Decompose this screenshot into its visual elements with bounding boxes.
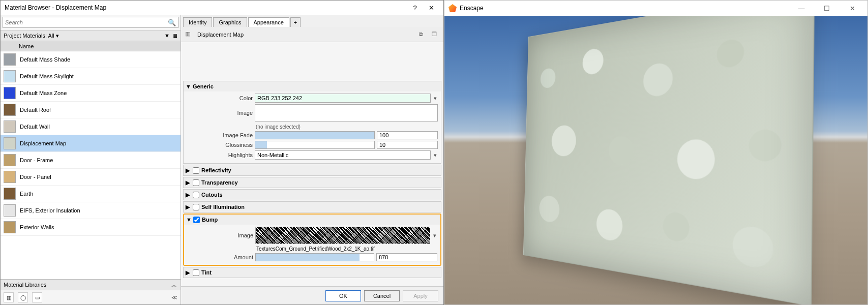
- lib-tool-2-icon[interactable]: ◯: [18, 292, 28, 302]
- reflectivity-checkbox[interactable]: [193, 167, 199, 174]
- bump-checkbox[interactable]: [193, 217, 200, 223]
- material-item[interactable]: Default Mass Skylight: [1, 68, 181, 85]
- material-label: Earth: [20, 191, 33, 197]
- material-label: Door - Frame: [20, 157, 53, 163]
- material-item[interactable]: Door - Frame: [1, 152, 181, 169]
- section-generic-header[interactable]: ▼ Generic: [184, 81, 441, 92]
- image-fade-value[interactable]: 100: [377, 131, 438, 139]
- filter-icon[interactable]: ▼: [164, 33, 170, 39]
- ok-button[interactable]: OK: [325, 290, 361, 301]
- material-list[interactable]: Default Mass ShadeDefault Mass SkylightD…: [1, 51, 181, 279]
- glossiness-value[interactable]: 10: [377, 141, 438, 149]
- material-item[interactable]: EIFS, Exterior Insulation: [1, 202, 181, 219]
- color-dropdown-icon[interactable]: ▾: [433, 95, 438, 102]
- project-materials-header[interactable]: Project Materials: All ▾ ▼ ≣: [1, 30, 181, 41]
- duplicate-asset-button[interactable]: ❐: [429, 29, 439, 40]
- image-field[interactable]: [255, 104, 438, 121]
- bump-image-dropdown-icon[interactable]: ▾: [432, 232, 437, 239]
- material-item[interactable]: Door - Panel: [1, 169, 181, 186]
- material-swatch: [4, 154, 16, 166]
- enscape-close-button[interactable]: ✕: [841, 1, 863, 15]
- material-swatch: [4, 87, 16, 99]
- section-selfillum-header[interactable]: ▶ Self Illumination: [184, 202, 441, 212]
- material-libraries-header[interactable]: Material Libraries ︽: [1, 279, 181, 290]
- section-transparency: ▶ Transparency: [183, 177, 441, 188]
- cancel-button[interactable]: Cancel: [364, 290, 400, 301]
- section-bump-header[interactable]: ▼ Bump: [184, 215, 440, 225]
- material-swatch: [4, 171, 16, 183]
- section-transparency-header[interactable]: ▶ Transparency: [184, 177, 441, 188]
- material-preview: [181, 42, 443, 81]
- material-label: Default Wall: [20, 124, 50, 130]
- material-swatch: [4, 188, 16, 200]
- expand-libraries-icon[interactable]: ︽: [171, 281, 177, 289]
- lib-tool-1-icon[interactable]: ▥: [4, 292, 14, 302]
- material-type-icon: ▥: [185, 30, 194, 39]
- bump-amount-slider[interactable]: [255, 253, 374, 261]
- material-swatch: [4, 53, 16, 66]
- material-name: Displacement Map: [197, 32, 413, 38]
- material-swatch: [4, 137, 16, 149]
- tint-checkbox[interactable]: [193, 269, 199, 276]
- material-browser-titlebar: Material Browser - Displacement Map ? ✕: [1, 1, 443, 15]
- highlights-field[interactable]: Non-Metallic: [255, 150, 431, 160]
- search-input[interactable]: [5, 19, 168, 25]
- section-tint: ▶ Tint: [183, 267, 441, 278]
- tab-appearance[interactable]: Appearance: [248, 17, 289, 27]
- material-item[interactable]: Default Mass Zone: [1, 85, 181, 102]
- material-browser-body: 🔍 Project Materials: All ▾ ▼ ≣ Name Defa…: [1, 15, 443, 304]
- library-toolbar: ▥ ◯ ▭ ≪: [1, 290, 181, 304]
- material-swatch: [4, 120, 16, 133]
- lib-tool-3-icon[interactable]: ▭: [32, 292, 42, 302]
- dialog-buttons: OK Cancel Apply: [181, 286, 443, 304]
- material-item[interactable]: Default Wall: [1, 118, 181, 135]
- material-item[interactable]: Earth: [1, 186, 181, 202]
- bump-amount-label: Amount: [187, 254, 253, 260]
- section-generic: ▼ Generic Color RGB 233 252 242 ▾ Image: [183, 81, 441, 164]
- material-item[interactable]: Exterior Walls: [1, 219, 181, 236]
- material-header: ▥ Displacement Map ⧉ ❐: [181, 27, 443, 42]
- section-cutouts: ▶ Cutouts: [183, 189, 441, 200]
- material-item[interactable]: Default Roof: [1, 102, 181, 118]
- close-button[interactable]: ✕: [423, 4, 439, 12]
- bump-image-field[interactable]: [255, 227, 430, 244]
- section-selfillum: ▶ Self Illumination: [183, 201, 441, 212]
- project-materials-label: Project Materials: All ▾: [4, 33, 164, 39]
- image-fade-label: Image Fade: [187, 132, 253, 138]
- enscape-viewport[interactable]: [444, 16, 867, 304]
- highlights-dropdown-icon[interactable]: ▾: [433, 152, 438, 159]
- material-label: EIFS, Exterior Insulation: [20, 207, 80, 214]
- section-cutouts-header[interactable]: ▶ Cutouts: [184, 190, 441, 200]
- section-tint-header[interactable]: ▶ Tint: [184, 267, 441, 278]
- material-browser-window: Material Browser - Displacement Map ? ✕ …: [0, 0, 444, 305]
- section-reflectivity-header[interactable]: ▶ Reflectivity: [184, 165, 441, 175]
- tab-identity[interactable]: Identity: [183, 17, 212, 27]
- image-fade-slider[interactable]: [255, 131, 375, 139]
- tab-graphics[interactable]: Graphics: [213, 17, 247, 27]
- cutouts-checkbox[interactable]: [193, 192, 199, 198]
- material-label: Exterior Walls: [20, 224, 54, 230]
- name-column-header[interactable]: Name: [1, 41, 181, 51]
- search-icon: 🔍: [168, 19, 176, 26]
- glossiness-slider[interactable]: [255, 141, 375, 149]
- displaced-wall: [523, 16, 815, 304]
- maximize-button[interactable]: ☐: [816, 1, 838, 15]
- color-field[interactable]: RGB 233 252 242: [255, 94, 431, 103]
- selfillum-checkbox[interactable]: [193, 204, 199, 210]
- tab-add[interactable]: +: [290, 17, 301, 27]
- material-item[interactable]: Default Mass Shade: [1, 51, 181, 68]
- window-title: Material Browser - Displacement Map: [5, 4, 407, 11]
- minimize-button[interactable]: —: [790, 1, 813, 15]
- transparency-checkbox[interactable]: [193, 179, 199, 186]
- search-box[interactable]: 🔍: [3, 17, 178, 28]
- view-mode-icon[interactable]: ≣: [173, 33, 177, 39]
- collapse-toolbar-icon[interactable]: ≪: [171, 294, 177, 301]
- bump-amount-value[interactable]: 878: [376, 253, 437, 261]
- material-label: Default Mass Zone: [20, 90, 67, 96]
- replace-asset-button[interactable]: ⧉: [416, 29, 426, 40]
- help-button[interactable]: ?: [407, 4, 423, 12]
- tab-bar: Identity Graphics Appearance +: [181, 15, 443, 27]
- material-swatch: [4, 104, 16, 116]
- material-item[interactable]: Displacement Map: [1, 135, 181, 152]
- properties-scroll[interactable]: ▼ Generic Color RGB 233 252 242 ▾ Image: [181, 81, 443, 286]
